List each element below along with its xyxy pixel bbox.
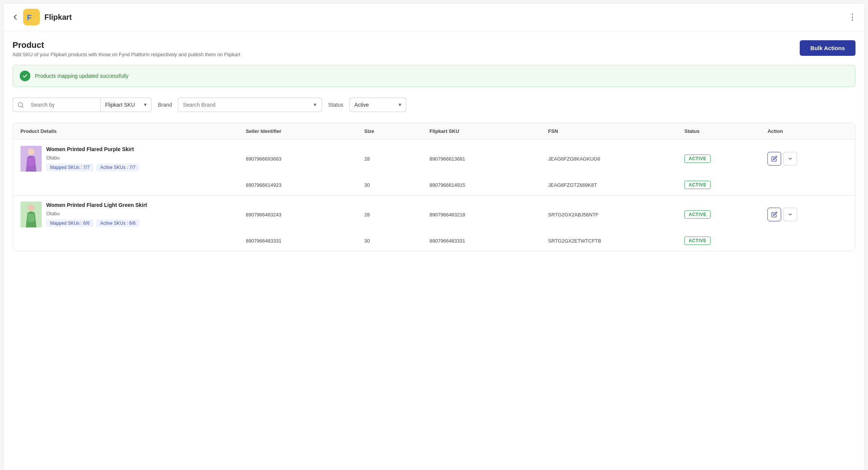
seller-id-2: 8907966614923 xyxy=(246,182,362,188)
edit-button[interactable] xyxy=(767,152,781,166)
product-badges: Mapped SKUs : 7/7 Active SKUs : 7/7 xyxy=(46,164,139,171)
product-badges-2: Mapped SKUs : 6/6 Active SKUs : 6/6 xyxy=(46,219,147,227)
size-3: 28 xyxy=(364,212,426,218)
svg-point-7 xyxy=(28,204,35,211)
product-brand-2: Otabu xyxy=(46,211,147,216)
flipkart-sku-3: 8907966483218 xyxy=(429,212,545,218)
mapped-skus-badge: Mapped SKUs : 7/7 xyxy=(46,164,93,171)
product-sub-row: 8907966614923 30 8907966614915 JEAG6FZGT… xyxy=(13,178,855,195)
search-field-group: Flipkart SKU FSN Product Name ▼ xyxy=(13,98,152,112)
brand-search-wrap: ▼ xyxy=(178,98,322,112)
col-size: Size xyxy=(364,128,426,134)
status-badge-2: ACTIVE xyxy=(684,181,711,189)
product-info: Women Printed Flared Purple Skirt Otabu … xyxy=(20,146,243,172)
fsn-4: SRTG2GX2ETWTCFTB xyxy=(548,238,681,244)
col-product-details: Product Details xyxy=(20,128,243,134)
product-main-row-2: Women Printed Flared Light Green Skirt O… xyxy=(13,196,855,233)
seller-id: 8907966693683 xyxy=(246,156,362,162)
flipkart-sku-4: 8907966483331 xyxy=(429,238,545,244)
product-table: Product Details Seller Identifier Size F… xyxy=(13,123,855,251)
edit-button-2[interactable] xyxy=(767,208,781,221)
table-row: Women Printed Flared Light Green Skirt O… xyxy=(13,196,855,251)
search-by-select[interactable]: Flipkart SKU FSN Product Name xyxy=(105,98,147,112)
search-icon xyxy=(17,102,24,108)
seller-id-3: 8907966483243 xyxy=(246,212,362,218)
page-title-section: Product Add SKU of your Flipkart product… xyxy=(13,40,240,57)
col-seller-id: Seller Identifier xyxy=(246,128,362,134)
table-header: Product Details Seller Identifier Size F… xyxy=(13,123,855,140)
app-header: F Flipkart ⋮ xyxy=(3,3,865,31)
svg-point-5 xyxy=(28,148,35,155)
svg-text:F: F xyxy=(27,13,32,22)
fsn: JEAG6FZG8KAGKUG6 xyxy=(548,156,681,162)
status-select[interactable]: Active Inactive All xyxy=(354,98,401,112)
size-2: 30 xyxy=(364,182,426,188)
col-flipkart-sku: Flipkart SKU xyxy=(429,128,545,134)
svg-line-3 xyxy=(22,106,23,107)
product-sub-row-2: 8907966483331 30 8907966483331 SRTG2GX2E… xyxy=(13,233,855,251)
edit-icon xyxy=(771,156,777,162)
success-banner: Products mapping updated successfully xyxy=(13,65,855,87)
product-main-row: Women Printed Flared Purple Skirt Otabu … xyxy=(13,140,855,178)
action-cell-3 xyxy=(767,208,848,221)
product-info-2: Women Printed Flared Light Green Skirt O… xyxy=(20,202,243,227)
status-badge: ACTIVE xyxy=(684,155,711,163)
fsn-2: JEAG6FZGTZ669K8T xyxy=(548,182,681,188)
status-cell-3: ACTIVE xyxy=(684,210,764,219)
bulk-actions-button[interactable]: Bulk Actions xyxy=(800,40,855,56)
product-name: Women Printed Flared Purple Skirt xyxy=(46,146,139,153)
page-content: Product Add SKU of your Flipkart product… xyxy=(3,31,865,260)
status-cell-2: ACTIVE xyxy=(684,181,764,189)
size-4: 30 xyxy=(364,238,426,244)
active-skus-badge-2: Active SKUs : 6/6 xyxy=(96,219,139,227)
flipkart-sku-2: 8907966614915 xyxy=(429,182,545,188)
page-title: Product xyxy=(13,40,240,50)
filter-row: Flipkart SKU FSN Product Name ▼ Brand ▼ … xyxy=(13,98,855,112)
status-filter-label: Status xyxy=(328,102,343,108)
success-icon xyxy=(20,71,30,81)
status-cell-4: ACTIVE xyxy=(684,237,764,245)
header-menu-icon[interactable]: ⋮ xyxy=(848,12,857,22)
table-row: Women Printed Flared Purple Skirt Otabu … xyxy=(13,140,855,196)
expand-button-2[interactable] xyxy=(783,208,797,221)
brand-filter-label: Brand xyxy=(158,102,172,108)
status-select-wrap[interactable]: Active Inactive All ▼ xyxy=(349,98,406,112)
page-subtitle: Add SKU of your Flipkart products with t… xyxy=(13,52,240,57)
success-message: Products mapping updated successfully xyxy=(35,73,129,79)
page-header: Product Add SKU of your Flipkart product… xyxy=(13,40,855,57)
col-fsn: FSN xyxy=(548,128,681,134)
app-logo: F xyxy=(23,9,40,25)
fsn-3: SRTG2GX2ABJ56NTF xyxy=(548,212,681,218)
product-image xyxy=(20,146,42,172)
brand-caret-icon: ▼ xyxy=(313,102,317,107)
search-by-dropdown[interactable]: Flipkart SKU FSN Product Name ▼ xyxy=(100,98,151,112)
chevron-down-icon-2 xyxy=(788,212,793,217)
brand-search-input[interactable] xyxy=(183,98,310,112)
mapped-skus-badge-2: Mapped SKUs : 6/6 xyxy=(46,219,93,227)
seller-id-4: 8907966483331 xyxy=(246,238,362,244)
app-title: Flipkart xyxy=(44,13,72,22)
search-icon-wrap xyxy=(13,102,28,108)
flipkart-sku: 8907966613681 xyxy=(429,156,545,162)
col-status: Status xyxy=(684,128,764,134)
col-action: Action xyxy=(767,128,848,134)
expand-button[interactable] xyxy=(783,152,797,166)
edit-icon-2 xyxy=(771,211,777,218)
status-badge-3: ACTIVE xyxy=(684,210,711,219)
active-skus-badge: Active SKUs : 7/7 xyxy=(96,164,139,171)
product-image-2 xyxy=(20,202,42,227)
product-brand: Otabu xyxy=(46,155,139,161)
product-name-2: Women Printed Flared Light Green Skirt xyxy=(46,202,147,209)
status-badge-4: ACTIVE xyxy=(684,237,711,245)
product-text-info: Women Printed Flared Purple Skirt Otabu … xyxy=(46,146,139,171)
action-cell xyxy=(767,152,848,166)
back-button[interactable] xyxy=(11,13,19,21)
status-cell: ACTIVE xyxy=(684,155,764,163)
search-input[interactable] xyxy=(28,98,100,112)
size: 28 xyxy=(364,156,426,162)
chevron-down-icon xyxy=(788,156,793,161)
product-text-info-2: Women Printed Flared Light Green Skirt O… xyxy=(46,202,147,227)
